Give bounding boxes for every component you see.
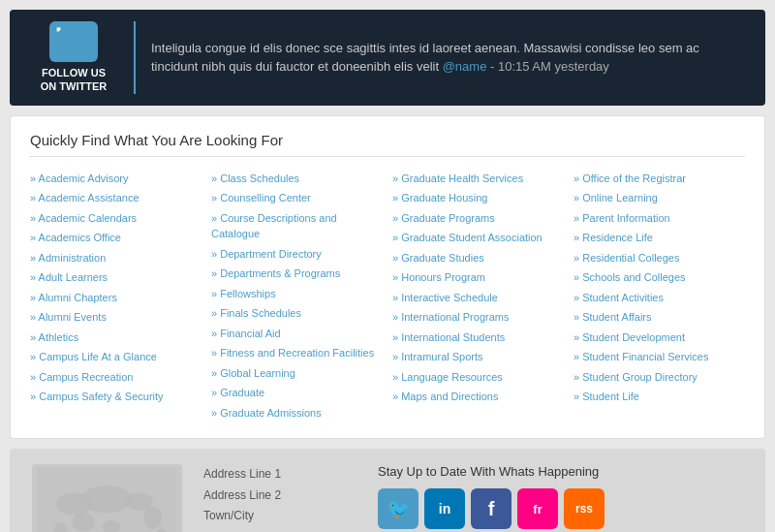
link-grad-student-assoc[interactable]: Graduate Student Association (392, 228, 564, 248)
link-online-learning[interactable]: Online Learning (574, 188, 745, 208)
link-counselling[interactable]: Counselling Center (211, 188, 383, 208)
footer-social: Stay Up to Date With Whats Happening 🐦 i… (378, 464, 746, 532)
link-intramural[interactable]: Intramural Sports (392, 347, 564, 367)
link-maps[interactable]: Maps and Directions (392, 387, 564, 407)
link-student-life[interactable]: Student Life (574, 387, 745, 407)
link-academic-calendars[interactable]: Academic Calendars (30, 208, 202, 229)
links-column-4: Office of the Registrar Online Learning … (574, 169, 745, 423)
address-town: Town/City (203, 506, 358, 527)
link-registrar[interactable]: Office of the Registrar (574, 169, 745, 189)
link-honours[interactable]: Honours Program (392, 267, 564, 288)
link-campus-safety[interactable]: Campus Safety & Security (30, 387, 202, 407)
links-column-1: Academic Advisory Academic Assistance Ac… (30, 169, 202, 423)
link-grad-admissions[interactable]: Graduate Admissions (211, 403, 383, 423)
link-student-group[interactable]: Student Group Directory (574, 367, 745, 388)
links-column-2: Class Schedules Counselling Center Cours… (211, 169, 383, 423)
link-adult-learners[interactable]: Adult Learners (30, 267, 202, 288)
linkedin-icon[interactable]: in (424, 488, 465, 529)
link-class-schedules[interactable]: Class Schedules (211, 169, 383, 189)
svg-point-6 (143, 506, 162, 529)
link-intl-students[interactable]: International Students (392, 328, 564, 348)
quick-find-title: Quickly Find What You Are Looking For (30, 132, 745, 157)
flickr-icon[interactable]: fr (517, 488, 558, 529)
rss-icon[interactable]: rss (564, 488, 604, 529)
address-line2: Address Line 2 (203, 485, 358, 507)
link-intl-programs[interactable]: International Programs (392, 307, 564, 328)
link-student-activities[interactable]: Student Activities (574, 288, 745, 308)
twitter-logo-area: FOLLOW US ON TWITTER (29, 21, 136, 94)
link-finals[interactable]: Finals Schedules (211, 303, 383, 324)
link-alumni-events[interactable]: Alumni Events (30, 307, 202, 328)
link-course-desc[interactable]: Course Descriptions and Catalogue (211, 208, 383, 244)
link-student-dev[interactable]: Student Development (574, 328, 745, 348)
link-financial-aid[interactable]: Financial Aid (211, 324, 383, 344)
link-grad-studies[interactable]: Graduate Studies (392, 248, 564, 268)
twitter-timestamp: - 10:15 AM yesterday (490, 59, 609, 74)
svg-point-2 (81, 485, 132, 514)
link-fellowships[interactable]: Fellowships (211, 284, 383, 304)
follow-label: FOLLOW US ON TWITTER (41, 66, 107, 94)
footer-map: Find Us With Google Maps » (29, 464, 184, 532)
links-grid: Academic Advisory Academic Assistance Ac… (30, 169, 745, 423)
twitter-handle[interactable]: @name (443, 59, 487, 74)
address-line1: Address Line 1 (203, 464, 358, 485)
address-postcode: Postcode/Zip (203, 527, 358, 532)
link-fitness[interactable]: Fitness and Recreation Facilities (211, 343, 383, 363)
link-student-affairs[interactable]: Student Affairs (574, 307, 745, 328)
twitter-bird-icon (49, 21, 98, 62)
link-parent-info[interactable]: Parent Information (574, 208, 745, 229)
link-dept-directory[interactable]: Department Directory (211, 244, 383, 265)
link-academics-office[interactable]: Academics Office (30, 228, 202, 248)
link-interactive-schedule[interactable]: Interactive Schedule (392, 288, 564, 308)
link-grad-health[interactable]: Graduate Health Services (392, 169, 564, 189)
map-image (32, 464, 182, 532)
twitter-message: Inteligula congue id elis donec sce sagi… (151, 39, 746, 77)
link-grad-programs[interactable]: Graduate Programs (392, 208, 564, 229)
link-academic-assistance[interactable]: Academic Assistance (30, 188, 202, 208)
link-language[interactable]: Language Resources (392, 367, 564, 388)
link-alumni-chapters[interactable]: Alumni Chapters (30, 288, 202, 308)
link-academic-advisory[interactable]: Academic Advisory (30, 169, 202, 189)
link-residential-colleges[interactable]: Residential Colleges (574, 248, 745, 268)
link-athletics[interactable]: Athletics (30, 328, 202, 348)
link-grad-housing[interactable]: Graduate Housing (392, 188, 564, 208)
links-column-3: Graduate Health Services Graduate Housin… (392, 169, 564, 423)
link-global-learning[interactable]: Global Learning (211, 363, 383, 384)
link-graduate[interactable]: Graduate (211, 383, 383, 403)
footer-address: Address Line 1 Address Line 2 Town/City … (203, 464, 358, 532)
link-student-financial[interactable]: Student Financial Services (574, 347, 745, 367)
link-campus-recreation[interactable]: Campus Recreation (30, 367, 202, 388)
twitter-banner: FOLLOW US ON TWITTER Inteligula congue i… (10, 10, 765, 106)
link-schools-colleges[interactable]: Schools and Colleges (574, 267, 745, 288)
quick-find-section: Quickly Find What You Are Looking For Ac… (10, 115, 765, 440)
social-icons: 🐦 in f fr rss (378, 488, 746, 529)
link-campus-life[interactable]: Campus Life At a Glance (30, 347, 202, 367)
footer-section: Find Us With Google Maps » Address Line … (10, 449, 765, 532)
link-administration[interactable]: Administration (30, 248, 202, 268)
svg-point-4 (72, 513, 95, 531)
twitter-icon[interactable]: 🐦 (378, 488, 418, 529)
facebook-icon[interactable]: f (471, 488, 512, 529)
link-residence[interactable]: Residence Life (574, 228, 745, 248)
link-depts-programs[interactable]: Departments & Programs (211, 264, 383, 284)
social-title: Stay Up to Date With Whats Happening (378, 464, 746, 479)
